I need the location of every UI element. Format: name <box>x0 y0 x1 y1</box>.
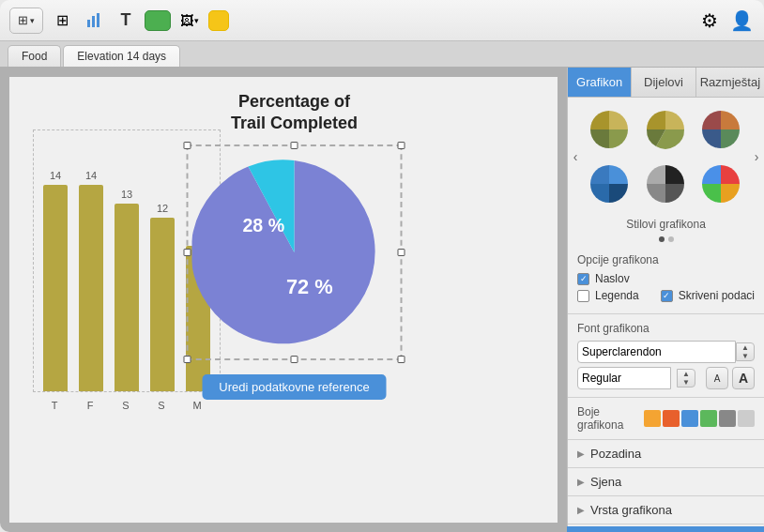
panel-tab-grafikon[interactable]: Grafikon <box>568 68 632 97</box>
sjena-chevron: ▶ <box>577 477 585 487</box>
swatch-2[interactable] <box>681 410 698 427</box>
swatch-1[interactable] <box>663 410 680 427</box>
style-item-4[interactable] <box>641 160 690 208</box>
styles-label: Stilovi grafikona <box>568 216 764 236</box>
boje-title: Boje grafikona <box>577 405 644 432</box>
style-item-5[interactable] <box>696 160 745 208</box>
pozadina-chevron: ▶ <box>577 448 585 459</box>
naslov-checkbox[interactable]: ✓ <box>577 273 589 285</box>
text-button[interactable]: T <box>113 8 139 34</box>
styles-prev-arrow[interactable]: ‹ <box>568 149 583 164</box>
bar-1 <box>79 185 103 391</box>
handle-bl <box>184 356 191 363</box>
svg-rect-0 <box>87 20 90 27</box>
style-item-0[interactable] <box>585 105 634 154</box>
styles-picker-row: ‹ <box>568 98 764 216</box>
pozadina-section[interactable]: ▶ Pozadina <box>568 440 764 468</box>
add-button[interactable]: ⊞ ▾ <box>9 8 43 34</box>
pie-svg: 28 % 72 % <box>192 150 397 355</box>
pie-title: Percentage of Trail Completed <box>231 91 358 135</box>
right-panel: Grafikon Dijelovi Razmještaj ‹ <box>567 68 764 532</box>
font-weight-stepper[interactable]: ▲ ▼ <box>677 369 695 388</box>
font-weight-row: Regular ▲ ▼ A A <box>577 367 755 389</box>
font-size-small-btn[interactable]: A <box>706 367 728 389</box>
account-button[interactable]: ⚙ <box>696 8 723 34</box>
styles-next-arrow[interactable]: › <box>749 149 764 164</box>
dot-0 <box>659 236 665 242</box>
tab-food[interactable]: Food <box>8 45 61 67</box>
pie-section: Percentage of Trail Completed <box>187 91 403 400</box>
handle-bm <box>291 356 298 363</box>
weight-stepper-up[interactable]: ▲ <box>678 370 695 378</box>
font-section: Font grafikona Superclarendon ▲ ▼ Regula… <box>568 314 764 398</box>
stepper-down[interactable]: ▼ <box>737 352 754 360</box>
panel-tab-razmjestaj[interactable]: Razmještaj <box>696 68 764 97</box>
media-button[interactable]: 🖼 ▾ <box>176 8 203 34</box>
font-size-group: A A <box>706 367 755 389</box>
tab-elevation[interactable]: Elevation 14 days <box>63 45 180 67</box>
font-size-large-btn[interactable]: A <box>732 367 755 389</box>
vrsta-chevron: ▶ <box>577 505 585 515</box>
boje-section: Boje grafikona <box>568 398 764 440</box>
swatch-5[interactable] <box>738 410 755 427</box>
handle-br <box>398 356 405 363</box>
skriveni-checkbox[interactable]: ✓ <box>661 290 673 302</box>
opcije-section: Opcije grafikona ✓ Naslov Legenda ✓ Skri… <box>568 246 764 314</box>
chart-button[interactable] <box>81 8 107 34</box>
style-item-2[interactable] <box>696 105 745 154</box>
style-item-3[interactable] <box>585 160 634 208</box>
bar-item-0: 14 <box>43 170 68 391</box>
colors-row: Boje grafikona <box>577 405 755 432</box>
svg-text:28 %: 28 % <box>242 215 284 236</box>
canvas-area: 14 14 13 12 <box>0 68 567 532</box>
swatch-4[interactable] <box>719 410 736 427</box>
dot-1 <box>668 236 674 242</box>
handle-ml <box>184 249 191 256</box>
font-title: Font grafikona <box>577 322 755 335</box>
sjena-section[interactable]: ▶ Sjena <box>568 468 764 496</box>
font-family-select[interactable]: Superclarendon <box>577 341 736 363</box>
sticky-button[interactable] <box>208 10 229 31</box>
share-button[interactable]: 👤 <box>728 8 755 34</box>
handle-mr <box>398 249 405 256</box>
font-weight-select[interactable]: Regular <box>577 367 671 389</box>
svg-text:72 %: 72 % <box>286 274 333 297</box>
bar-item-1: 14 <box>79 170 103 391</box>
panel-tabs: Grafikon Dijelovi Razmještaj <box>568 68 764 98</box>
edit-data-refs-button[interactable]: Uredi podatkovne reference <box>202 374 386 400</box>
skriveni-label: Skriveni podaci <box>679 289 755 302</box>
legenda-row: Legenda ✓ Skriveni podaci <box>577 289 755 302</box>
handle-tr <box>398 142 405 149</box>
font-family-row: Superclarendon ▲ ▼ <box>577 341 755 363</box>
style-item-1[interactable] <box>641 105 690 154</box>
vrsta-section[interactable]: ▶ Vrsta grafikona <box>568 496 764 524</box>
naslov-label: Naslov <box>595 272 630 285</box>
svg-rect-1 <box>92 16 95 27</box>
shape-button[interactable] <box>145 10 171 31</box>
swatch-0[interactable] <box>644 410 661 427</box>
vrsta-label: Vrsta grafikona <box>590 503 672 517</box>
tabs-bar: Food Elevation 14 days <box>0 41 764 68</box>
grid-view-button[interactable]: ⊞ <box>49 8 75 34</box>
bottom-accent-bar <box>567 526 764 532</box>
opcije-title: Opcije grafikona <box>577 253 755 266</box>
toolbar: ⊞ ▾ ⊞ T 🖼 ▾ ⚙ 👤 <box>0 0 764 41</box>
pie-chart-container[interactable]: 28 % 72 % <box>187 144 403 360</box>
canvas-content: 14 14 13 12 <box>9 77 558 523</box>
bar-0 <box>43 185 68 391</box>
svg-rect-2 <box>97 13 99 27</box>
font-family-stepper[interactable]: ▲ ▼ <box>736 342 755 361</box>
styles-dots <box>568 236 764 242</box>
legenda-checkbox[interactable] <box>577 290 589 302</box>
panel-tab-dijelovi[interactable]: Dijelovi <box>632 68 695 97</box>
add-icon: ⊞ <box>18 13 28 27</box>
handle-tm <box>291 142 298 149</box>
bar-item-3: 12 <box>150 203 175 391</box>
styles-grid <box>583 101 749 212</box>
stepper-up[interactable]: ▲ <box>737 343 754 352</box>
swatch-3[interactable] <box>700 410 717 427</box>
weight-stepper-down[interactable]: ▼ <box>678 378 695 387</box>
pozadina-label: Pozadina <box>590 447 641 461</box>
legenda-label: Legenda <box>595 289 639 302</box>
handle-tl <box>184 142 191 149</box>
